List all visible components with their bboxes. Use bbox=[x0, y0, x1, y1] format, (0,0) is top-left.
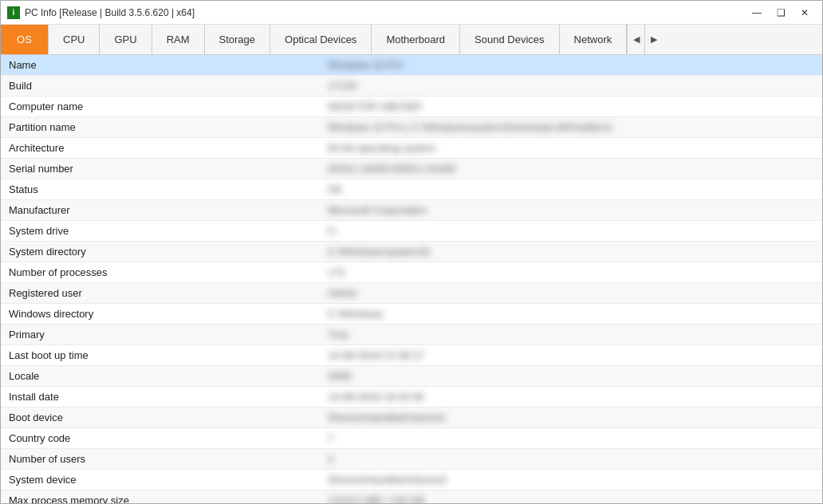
row-label: Name bbox=[1, 55, 320, 76]
table-row: Partition nameWindows 10 Pro | C:\Window… bbox=[1, 117, 822, 138]
row-value: Microsoft Corporation bbox=[320, 200, 822, 221]
tab-network[interactable]: Network bbox=[560, 25, 628, 54]
info-table: NameWindows 10 ProBuild17134Computer nam… bbox=[1, 55, 822, 503]
table-row: Country code7 bbox=[1, 428, 822, 449]
row-value: \Device\HarddiskVolume3 bbox=[320, 470, 822, 490]
row-value: C: bbox=[320, 221, 822, 242]
tab-optical[interactable]: Optical Devices bbox=[270, 25, 372, 54]
table-row: StatusOK bbox=[1, 179, 822, 200]
table-row: Last boot up time14-08-2018 21:08:17 bbox=[1, 345, 822, 366]
row-value: 2 bbox=[320, 449, 822, 470]
maximize-button[interactable]: ❑ bbox=[770, 4, 792, 22]
row-label: Max process memory size bbox=[1, 490, 320, 504]
table-row: NameWindows 10 Pro bbox=[1, 55, 822, 76]
content-area: NameWindows 10 ProBuild17134Computer nam… bbox=[1, 55, 822, 503]
tab-gpu[interactable]: GPU bbox=[100, 25, 152, 54]
table-row: Number of users2 bbox=[1, 449, 822, 470]
row-value: 131071 MB / 128 GB bbox=[320, 490, 822, 504]
table-row: Locale0409 bbox=[1, 366, 822, 387]
main-window: i PC Info [Release | Build 3.5.6.620 | x… bbox=[0, 0, 823, 504]
row-label: Boot device bbox=[1, 408, 320, 428]
row-label: Number of processes bbox=[1, 262, 320, 283]
row-label: Windows directory bbox=[1, 304, 320, 325]
table-row: Number of processes172 bbox=[1, 262, 822, 283]
table-row: PrimaryTrue bbox=[1, 325, 822, 345]
row-value: Admin bbox=[320, 283, 822, 304]
row-label: Locale bbox=[1, 366, 320, 387]
row-label: Install date bbox=[1, 387, 320, 408]
row-value: OK bbox=[320, 179, 822, 200]
row-label: Build bbox=[1, 76, 320, 96]
tab-scroll-right[interactable]: ▶ bbox=[644, 25, 662, 54]
row-value: Windows 10 Pro bbox=[320, 55, 822, 76]
tab-storage[interactable]: Storage bbox=[205, 25, 271, 54]
row-label: Partition name bbox=[1, 117, 320, 138]
row-label: Country code bbox=[1, 428, 320, 449]
table-row: Windows directoryC:\Windows bbox=[1, 304, 822, 325]
table-row: Registered userAdmin bbox=[1, 283, 822, 304]
table-row: Serial number00331-10000-00001-AA450 bbox=[1, 159, 822, 179]
row-label: Number of users bbox=[1, 449, 320, 470]
row-value: 7 bbox=[320, 428, 822, 449]
row-label: Primary bbox=[1, 325, 320, 345]
window-controls: — ❑ ✕ bbox=[746, 4, 816, 22]
row-label: Serial number bbox=[1, 159, 320, 179]
row-value: DESKTOP-ABCDEF bbox=[320, 96, 822, 117]
close-button[interactable]: ✕ bbox=[793, 4, 816, 22]
titlebar: i PC Info [Release | Build 3.5.6.620 | x… bbox=[1, 1, 822, 25]
app-icon: i bbox=[7, 6, 20, 19]
table-row: Boot device\Device\HarddiskVolume1 bbox=[1, 408, 822, 428]
row-value: 64-bit operating system bbox=[320, 138, 822, 159]
row-value: 172 bbox=[320, 262, 822, 283]
tab-ram[interactable]: RAM bbox=[152, 25, 205, 54]
table-row: Architecture64-bit operating system bbox=[1, 138, 822, 159]
tabs-bar: OS CPU GPU RAM Storage Optical Devices M… bbox=[1, 25, 822, 55]
row-value: True bbox=[320, 325, 822, 345]
table-row: System directoryC:\Windows\system32 bbox=[1, 242, 822, 262]
row-label: Architecture bbox=[1, 138, 320, 159]
table-row: Build17134 bbox=[1, 76, 822, 96]
tab-scroll-left[interactable]: ◀ bbox=[627, 25, 644, 54]
tab-cpu[interactable]: CPU bbox=[49, 25, 100, 54]
tab-os[interactable]: OS bbox=[1, 25, 49, 54]
table-row: Computer nameDESKTOP-ABCDEF bbox=[1, 96, 822, 117]
table-row: Install date14-08-2018 18:43:36 bbox=[1, 387, 822, 408]
window-title: PC Info [Release | Build 3.5.6.620 | x64… bbox=[25, 7, 746, 18]
row-value: C:\Windows\system32 bbox=[320, 242, 822, 262]
row-value: \Device\HarddiskVolume1 bbox=[320, 408, 822, 428]
row-value: 0409 bbox=[320, 366, 822, 387]
row-label: Last boot up time bbox=[1, 345, 320, 366]
row-value: Windows 10 Pro | C:\Windows\system32\win… bbox=[320, 117, 822, 138]
row-label: Computer name bbox=[1, 96, 320, 117]
table-row: ManufacturerMicrosoft Corporation bbox=[1, 200, 822, 221]
row-value: 00331-10000-00001-AA450 bbox=[320, 159, 822, 179]
row-value: C:\Windows bbox=[320, 304, 822, 325]
row-label: Manufacturer bbox=[1, 200, 320, 221]
row-value: 14-08-2018 21:08:17 bbox=[320, 345, 822, 366]
row-label: Status bbox=[1, 179, 320, 200]
tab-motherboard[interactable]: Motherboard bbox=[372, 25, 460, 54]
table-row: System device\Device\HarddiskVolume3 bbox=[1, 470, 822, 490]
row-label: Registered user bbox=[1, 283, 320, 304]
row-value: 17134 bbox=[320, 76, 822, 96]
row-value: 14-08-2018 18:43:36 bbox=[320, 387, 822, 408]
row-label: System device bbox=[1, 470, 320, 490]
table-row: System driveC: bbox=[1, 221, 822, 242]
minimize-button[interactable]: — bbox=[746, 4, 768, 22]
tab-sound[interactable]: Sound Devices bbox=[460, 25, 559, 54]
row-label: System directory bbox=[1, 242, 320, 262]
table-row: Max process memory size131071 MB / 128 G… bbox=[1, 490, 822, 504]
row-label: System drive bbox=[1, 221, 320, 242]
